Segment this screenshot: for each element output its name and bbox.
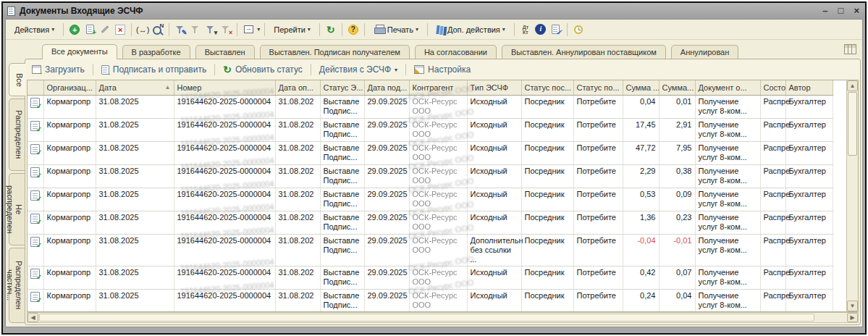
edit-button[interactable]	[98, 23, 111, 36]
table-row[interactable]: Кормагропр 31.08.2025 191644620-2025-000…	[28, 289, 833, 312]
print-menu-button[interactable]: Печать▾	[369, 22, 423, 36]
cell-date: 31.08.2025	[96, 188, 174, 211]
column-header-contragent[interactable]: Контрагент	[409, 80, 467, 95]
column-header-sum1[interactable]: Сумма ...	[623, 80, 659, 95]
column-header-date-signed[interactable]: Дата под...	[364, 80, 409, 95]
toolbar-separator	[514, 23, 515, 36]
column-header-organization[interactable]: Организац...	[43, 80, 96, 95]
help-button[interactable]: ?	[347, 23, 360, 36]
scroll-left-icon[interactable]: ◀	[28, 313, 38, 322]
chevron-down-icon: ▾	[51, 26, 54, 33]
output-list-button[interactable]	[242, 23, 255, 36]
table-row[interactable]: Кормагропр 31.08.2025 191644620-2025-000…	[28, 211, 833, 234]
tab-in-development[interactable]: В разработке	[122, 45, 190, 59]
column-header-status-pos[interactable]: Статус пос...	[521, 80, 573, 95]
cell-contragent: ОСК-Ресурс ООООСК-Ресурс ООО	[409, 211, 467, 234]
more-actions-menu-button[interactable]: Доп. действия▾	[432, 23, 510, 36]
dt-kt-button[interactable]: ДтКт	[519, 23, 532, 36]
vertical-scrollbar[interactable]: ▲ ▼	[846, 80, 858, 311]
column-header-type[interactable]: Тип ЭСЧФ	[467, 80, 521, 95]
cell-status-po: Потребите	[573, 141, 623, 164]
close-button[interactable]: ×	[854, 6, 859, 16]
cell-sum1: 17,45	[623, 118, 659, 141]
table-settings-icon[interactable]	[844, 44, 856, 54]
cell-state: Распре	[760, 211, 785, 234]
table-row[interactable]: Кормагропр 31.08.2025 191644620-2025-000…	[28, 95, 833, 118]
column-header-icon[interactable]	[28, 80, 43, 95]
scroll-down-icon[interactable]: ▼	[847, 301, 858, 311]
filter-by-value-button[interactable]: ▾	[204, 23, 217, 36]
chevron-down-icon[interactable]: ▾	[257, 26, 260, 33]
side-tab-not-distributed[interactable]: Не распределен	[9, 173, 25, 245]
separator	[405, 64, 406, 75]
column-header-number[interactable]: Номер	[174, 80, 275, 95]
eschf-actions-menu-button[interactable]: Действия с ЭСЧФ▾	[316, 63, 401, 76]
cell-date: 31.08.2025	[96, 266, 174, 289]
scroll-up-icon[interactable]: ▲	[847, 80, 858, 91]
clear-filter-button[interactable]: ×	[219, 23, 232, 36]
scroll-right-icon[interactable]: ▶	[847, 313, 858, 322]
tab-all-documents[interactable]: Все документы	[42, 44, 117, 59]
tab-cancelled[interactable]: Аннулирован	[671, 45, 738, 59]
table-row[interactable]: Кормагропр 31.08.2025 191644620-2025-000…	[28, 266, 833, 289]
document-check-icon	[30, 292, 40, 302]
cell-document: Получение услуг 8-ком...	[695, 95, 760, 118]
settings-button[interactable]: Настройка	[410, 63, 474, 76]
column-header-author[interactable]: Автор	[785, 80, 833, 95]
column-header-status-e[interactable]: Статус Э...	[320, 80, 364, 95]
cell-number: 191644620-2025-0000004191644620-2025-000…	[174, 266, 275, 289]
table-row[interactable]: Кормагропр 31.08.2025 191644620-2025-000…	[28, 188, 833, 211]
delete-button[interactable]: ×	[114, 23, 127, 36]
minimize-button[interactable]: –	[822, 6, 827, 16]
document-check-icon	[30, 237, 40, 247]
side-tab-all[interactable]: Все	[9, 63, 25, 96]
column-header-sum2[interactable]: Сумма...	[659, 80, 695, 95]
cell-number: 191644620-2025-0000004191644620-2025-000…	[174, 118, 275, 141]
cell-organization: Кормагропр	[43, 141, 96, 164]
horizontal-scrollbar[interactable]: ◀ ▶	[27, 312, 859, 323]
add-button[interactable]: +	[68, 23, 81, 36]
filter-sort-settings-button[interactable]: ✎	[174, 23, 187, 36]
cell-date: 31.08.2025	[96, 95, 174, 118]
set-interval-button[interactable]: (↔)	[136, 23, 149, 36]
cell-status-e: Выставле Подпис...	[320, 266, 364, 289]
column-header-status-po[interactable]: Статус по...	[573, 80, 623, 95]
side-tab-partially-distributed[interactable]: Распределен частич...	[9, 248, 25, 323]
refresh-button[interactable]: ↻	[324, 23, 337, 36]
column-header-date-op[interactable]: Дата оп...	[275, 80, 320, 95]
vertical-scroll-thumb[interactable]	[848, 92, 857, 156]
table-row[interactable]: Кормагропр 31.08.2025 191644620-2025-000…	[28, 164, 833, 188]
cell-sum1: 1,36	[623, 211, 659, 234]
toolbar-separator	[364, 23, 365, 36]
document-check-icon	[30, 121, 40, 131]
cell-type: Исходный	[467, 188, 521, 211]
horizontal-scroll-thumb[interactable]	[39, 314, 814, 322]
info-button[interactable]: i	[534, 23, 547, 36]
maximize-button[interactable]: □	[838, 6, 844, 16]
table-row[interactable]: Кормагропр 31.08.2025 191644620-2025-000…	[28, 141, 833, 164]
tab-issued-signed[interactable]: Выставлен. Подписан получателем	[260, 45, 410, 59]
find-by-number-button[interactable]: N	[151, 23, 164, 36]
history-button[interactable]	[572, 23, 585, 36]
sign-and-send-button[interactable]: →Подписать и отправить	[98, 63, 210, 76]
cell-date: 31.08.2025	[96, 234, 174, 266]
apply-filter-button[interactable]	[189, 23, 202, 36]
document-check-icon	[30, 269, 40, 279]
column-header-date[interactable]: Дата▲	[96, 80, 174, 95]
column-header-document[interactable]: Документ о...	[695, 80, 760, 95]
refresh-status-button[interactable]: ↻Обновить статус	[219, 62, 306, 77]
load-button[interactable]: →Загрузить	[28, 63, 88, 76]
table-row[interactable]: Кормагропр 31.08.2025 191644620-2025-000…	[28, 234, 833, 266]
tab-issued[interactable]: Выставлен	[195, 45, 255, 59]
cell-state: Распре	[760, 164, 785, 188]
check-document-button[interactable]: ✓	[549, 23, 562, 36]
goto-menu-button[interactable]: Перейти▾	[269, 23, 315, 36]
tab-issued-cancelled-supplier[interactable]: Выставлен. Аннулирован поставщиком	[502, 45, 666, 59]
column-header-state[interactable]: Состо...	[760, 80, 785, 95]
tab-on-approval[interactable]: На согласовании	[415, 45, 497, 59]
table-row[interactable]: Кормагропр 31.08.2025 191644620-2025-000…	[28, 118, 833, 141]
cell-type: Дополнительн без ссылки ...	[467, 234, 521, 266]
side-tab-distributed[interactable]: Распределен	[9, 98, 25, 171]
actions-menu-button[interactable]: Действия▾	[10, 23, 59, 36]
copy-button[interactable]: +	[83, 23, 96, 36]
